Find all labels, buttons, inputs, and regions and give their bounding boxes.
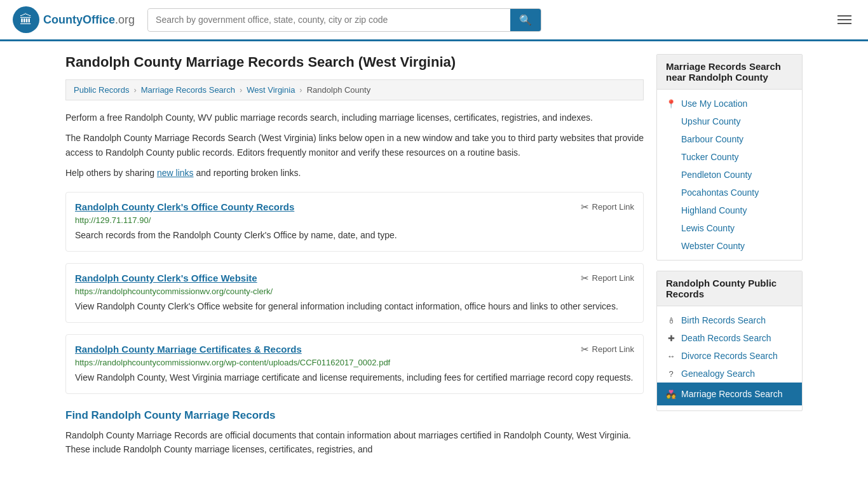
main-layout: Randolph County Marriage Records Search … <box>53 41 815 469</box>
description-area: Perform a free Randolph County, WV publi… <box>65 111 644 180</box>
public-record-item-3[interactable]: ? Genealogy Search <box>657 365 802 383</box>
pr-label-2: Divorce Records Search <box>681 351 778 361</box>
find-section-text: Randolph County Marriage Records are off… <box>65 428 644 457</box>
breadcrumb-public-records[interactable]: Public Records <box>74 85 129 95</box>
menu-line-1 <box>837 15 851 17</box>
description-p3: Help others by sharing new links and rep… <box>65 166 644 180</box>
report-link-btn-1[interactable]: ✂ Report Link <box>581 273 634 284</box>
search-button[interactable]: 🔍 <box>510 9 541 31</box>
find-section: Find Randolph County Marriage Records Ra… <box>65 409 644 457</box>
menu-button[interactable] <box>834 11 855 28</box>
nearby-label-5: Pocahontas County <box>681 187 759 198</box>
breadcrumb-current: Randolph County <box>307 85 370 95</box>
nearby-list: 📍 Use My Location Upshur County Barbour … <box>657 90 802 260</box>
nearby-label-8: Webster County <box>681 241 745 251</box>
nearby-item-5[interactable]: Pocahontas County <box>657 184 802 201</box>
pr-icon-3: ? <box>666 369 676 379</box>
public-records-list: 🕯 Birth Records Search ✚ Death Records S… <box>657 306 802 410</box>
nearby-item-2[interactable]: Barbour County <box>657 130 802 148</box>
nearby-item-6[interactable]: Highland County <box>657 201 802 219</box>
nearby-label-0: Use My Location <box>681 98 747 109</box>
nearby-item-8[interactable]: Webster County <box>657 237 802 255</box>
records-list: Randolph County Clerk's Office County Re… <box>65 192 644 394</box>
nearby-icon-0: 📍 <box>666 99 676 109</box>
report-icon-0: ✂ <box>581 201 589 213</box>
logo-icon: 🏛 <box>13 6 39 33</box>
menu-line-3 <box>837 23 851 24</box>
logo-area: 🏛 CountyOffice.org <box>13 6 135 33</box>
record-url-1[interactable]: https://randolphcountycommissionwv.org/c… <box>75 287 634 296</box>
nearby-item-3[interactable]: Tucker County <box>657 148 802 166</box>
record-item: Randolph County Clerk's Office Website ✂… <box>65 263 644 323</box>
search-bar: 🔍 <box>147 8 541 32</box>
public-record-item-2[interactable]: ↔ Divorce Records Search <box>657 347 802 365</box>
pr-icon-1: ✚ <box>666 334 676 343</box>
record-title-2[interactable]: Randolph County Marriage Certificates & … <box>75 344 302 355</box>
record-url-0[interactable]: http://129.71.117.90/ <box>75 215 634 225</box>
record-url-2[interactable]: https://randolphcountycommissionwv.org/w… <box>75 358 634 367</box>
highlighted-marriage-records[interactable]: 💑 Marriage Records Search <box>657 383 802 405</box>
description-p1: Perform a free Randolph County, WV publi… <box>65 111 644 125</box>
nearby-section-title: Marriage Records Search near Randolph Co… <box>657 55 802 90</box>
nearby-label-4: Pendleton County <box>681 170 752 180</box>
pr-icon-2: ↔ <box>666 351 676 361</box>
nearby-label-3: Tucker County <box>681 152 739 162</box>
description-p2: The Randolph County Marriage Records Sea… <box>65 131 644 159</box>
breadcrumb-sep-1: › <box>133 85 136 95</box>
nearby-label-1: Upshur County <box>681 116 740 126</box>
logo-text: CountyOffice.org <box>43 13 135 27</box>
pr-label-1: Death Records Search <box>681 333 771 343</box>
public-records-title: Randolph County Public Records <box>657 271 802 306</box>
nearby-label-2: Barbour County <box>681 134 743 144</box>
report-icon-1: ✂ <box>581 273 589 284</box>
nearby-item-7[interactable]: Lewis County <box>657 219 802 237</box>
public-records-section: Randolph County Public Records 🕯 Birth R… <box>656 271 803 411</box>
nearby-item-1[interactable]: Upshur County <box>657 112 802 130</box>
record-item: Randolph County Marriage Certificates & … <box>65 334 644 394</box>
highlighted-label: Marriage Records Search <box>681 389 783 399</box>
record-desc-2: View Randolph County, West Virginia marr… <box>75 371 634 384</box>
content-area: Randolph County Marriage Records Search … <box>65 54 644 456</box>
record-title-1[interactable]: Randolph County Clerk's Office Website <box>75 273 257 283</box>
breadcrumb-sep-2: › <box>240 85 242 95</box>
breadcrumb: Public Records › Marriage Records Search… <box>65 79 644 100</box>
sidebar: Marriage Records Search near Randolph Co… <box>656 54 803 456</box>
breadcrumb-marriage-records[interactable]: Marriage Records Search <box>141 85 235 95</box>
page-title: Randolph County Marriage Records Search … <box>65 54 644 71</box>
public-record-item-1[interactable]: ✚ Death Records Search <box>657 329 802 347</box>
report-icon-2: ✂ <box>581 344 589 355</box>
breadcrumb-sep-3: › <box>299 85 302 95</box>
nearby-label-6: Highland County <box>681 205 747 215</box>
pr-label-0: Birth Records Search <box>681 315 766 325</box>
pr-icon-0: 🕯 <box>666 316 676 325</box>
nearby-label-7: Lewis County <box>681 223 735 233</box>
record-desc-0: Search records from the Randolph County … <box>75 229 634 242</box>
highlighted-icon: 💑 <box>666 390 676 399</box>
find-section-heading: Find Randolph County Marriage Records <box>65 409 644 422</box>
nearby-item-0[interactable]: 📍 Use My Location <box>657 95 802 112</box>
record-desc-1: View Randolph County Clerk's Office webs… <box>75 300 634 313</box>
record-item: Randolph County Clerk's Office County Re… <box>65 192 644 252</box>
report-link-label-0: Report Link <box>592 202 634 212</box>
report-link-label-2: Report Link <box>592 344 634 354</box>
nearby-item-4[interactable]: Pendleton County <box>657 166 802 184</box>
report-link-btn-2[interactable]: ✂ Report Link <box>581 344 634 355</box>
record-title-0[interactable]: Randolph County Clerk's Office County Re… <box>75 201 294 212</box>
pr-label-3: Genealogy Search <box>681 369 755 379</box>
header: 🏛 CountyOffice.org 🔍 <box>0 0 868 41</box>
menu-line-2 <box>837 19 851 20</box>
public-record-item-0[interactable]: 🕯 Birth Records Search <box>657 311 802 329</box>
report-link-label-1: Report Link <box>592 273 634 283</box>
report-link-btn-0[interactable]: ✂ Report Link <box>581 201 634 213</box>
new-links-link[interactable]: new links <box>157 168 194 178</box>
nearby-section: Marriage Records Search near Randolph Co… <box>656 54 803 261</box>
search-input[interactable] <box>148 10 510 30</box>
breadcrumb-west-virginia[interactable]: West Virginia <box>247 85 295 95</box>
